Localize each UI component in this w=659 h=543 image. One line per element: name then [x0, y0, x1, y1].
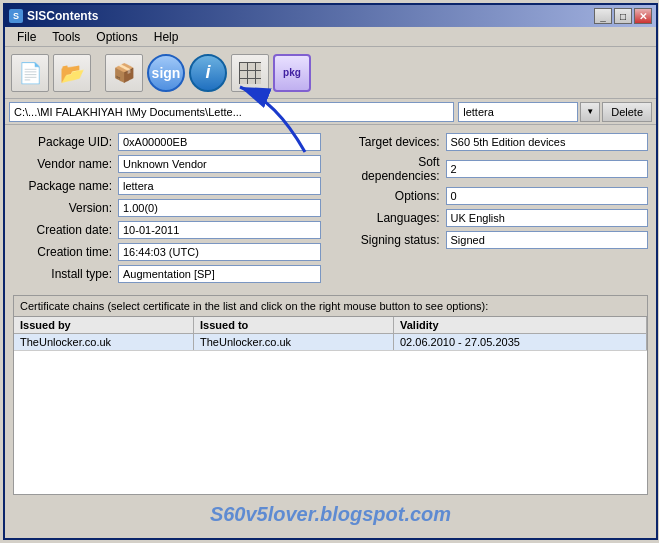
cert-issued-to: TheUnlocker.co.uk [194, 334, 394, 350]
target-devices-row: Target devices: S60 5th Edition devices [341, 133, 649, 151]
grid-icon [239, 62, 261, 84]
info-grid: Package UID: 0xA00000EB Vendor name: Unk… [13, 133, 648, 287]
package-uid-label: Package UID: [13, 135, 118, 149]
certificate-row[interactable]: TheUnlocker.co.uk TheUnlocker.co.uk 02.0… [14, 334, 647, 351]
extract-icon [113, 62, 135, 84]
app-icon: S [9, 9, 23, 23]
info-icon: i [205, 62, 210, 83]
left-fields: Package UID: 0xA00000EB Vendor name: Unk… [13, 133, 321, 287]
certificate-header: Certificate chains (select certificate i… [14, 296, 647, 317]
signing-status-value: Signed [446, 231, 649, 249]
target-devices-label: Target devices: [341, 135, 446, 149]
signing-status-row: Signing status: Signed [341, 231, 649, 249]
col-issued-by: Issued by [14, 317, 194, 333]
col-issued-to: Issued to [194, 317, 394, 333]
languages-label: Languages: [341, 211, 446, 225]
main-window: S SISContents _ □ ✕ File Tools Options H… [3, 3, 658, 540]
vendor-name-row: Vendor name: Unknown Vendor [13, 155, 321, 173]
certificate-table: Issued by Issued to Validity TheUnlocker… [14, 317, 647, 494]
path-input[interactable] [9, 102, 454, 122]
pkg-button[interactable]: pkg [273, 54, 311, 92]
info-button[interactable]: i [189, 54, 227, 92]
open-button[interactable] [53, 54, 91, 92]
main-content: Package UID: 0xA00000EB Vendor name: Unk… [5, 125, 656, 538]
soft-deps-value: 2 [446, 160, 649, 178]
package-uid-value: 0xA00000EB [118, 133, 321, 151]
extract-button[interactable] [105, 54, 143, 92]
sign-icon: sign [152, 65, 181, 81]
menu-options[interactable]: Options [88, 28, 145, 46]
new-button[interactable] [11, 54, 49, 92]
title-bar-buttons: _ □ ✕ [594, 8, 652, 24]
menu-tools[interactable]: Tools [44, 28, 88, 46]
menu-bar: File Tools Options Help [5, 27, 656, 47]
filename-input[interactable] [458, 102, 578, 122]
address-bar: ▼ Delete [5, 99, 656, 125]
cert-issued-by: TheUnlocker.co.uk [14, 334, 194, 350]
package-name-value: lettera [118, 177, 321, 195]
right-fields: Target devices: S60 5th Edition devices … [341, 133, 649, 287]
cert-validity: 02.06.2010 - 27.05.2035 [394, 334, 647, 350]
languages-value: UK English [446, 209, 649, 227]
menu-help[interactable]: Help [146, 28, 187, 46]
col-validity: Validity [394, 317, 647, 333]
creation-date-label: Creation date: [13, 223, 118, 237]
options-row: Options: 0 [341, 187, 649, 205]
close-button[interactable]: ✕ [634, 8, 652, 24]
creation-time-row: Creation time: 16:44:03 (UTC) [13, 243, 321, 261]
version-label: Version: [13, 201, 118, 215]
vendor-name-label: Vendor name: [13, 157, 118, 171]
address-right: ▼ Delete [458, 102, 652, 122]
creation-time-label: Creation time: [13, 245, 118, 259]
certificate-section: Certificate chains (select certificate i… [13, 295, 648, 495]
delete-button[interactable]: Delete [602, 102, 652, 122]
title-bar: S SISContents _ □ ✕ [5, 5, 656, 27]
pkg-icon: pkg [283, 67, 301, 78]
install-type-value: Augmentation [SP] [118, 265, 321, 283]
creation-time-value: 16:44:03 (UTC) [118, 243, 321, 261]
sign-button[interactable]: sign [147, 54, 185, 92]
app-title: SISContents [27, 9, 98, 23]
install-type-row: Install type: Augmentation [SP] [13, 265, 321, 283]
toolbar: sign i pkg [5, 47, 656, 99]
menu-file[interactable]: File [9, 28, 44, 46]
maximize-button[interactable]: □ [614, 8, 632, 24]
soft-deps-row: Soft dependencies: 2 [341, 155, 649, 183]
target-devices-value: S60 5th Edition devices [446, 133, 649, 151]
options-label: Options: [341, 189, 446, 203]
open-icon [60, 61, 85, 85]
version-value: 1.00(0) [118, 199, 321, 217]
new-icon [18, 61, 43, 85]
version-row: Version: 1.00(0) [13, 199, 321, 217]
soft-deps-label: Soft dependencies: [341, 155, 446, 183]
grid-button[interactable] [231, 54, 269, 92]
install-type-label: Install type: [13, 267, 118, 281]
languages-row: Languages: UK English [341, 209, 649, 227]
options-value: 0 [446, 187, 649, 205]
dropdown-button[interactable]: ▼ [580, 102, 600, 122]
package-name-row: Package name: lettera [13, 177, 321, 195]
creation-date-value: 10-01-2011 [118, 221, 321, 239]
package-uid-row: Package UID: 0xA00000EB [13, 133, 321, 151]
creation-date-row: Creation date: 10-01-2011 [13, 221, 321, 239]
minimize-button[interactable]: _ [594, 8, 612, 24]
title-bar-text: S SISContents [9, 9, 98, 23]
vendor-name-value: Unknown Vendor [118, 155, 321, 173]
signing-status-label: Signing status: [341, 233, 446, 247]
package-name-label: Package name: [13, 179, 118, 193]
watermark: S60v5lover.blogspot.com [13, 495, 648, 530]
certificate-table-header: Issued by Issued to Validity [14, 317, 647, 334]
